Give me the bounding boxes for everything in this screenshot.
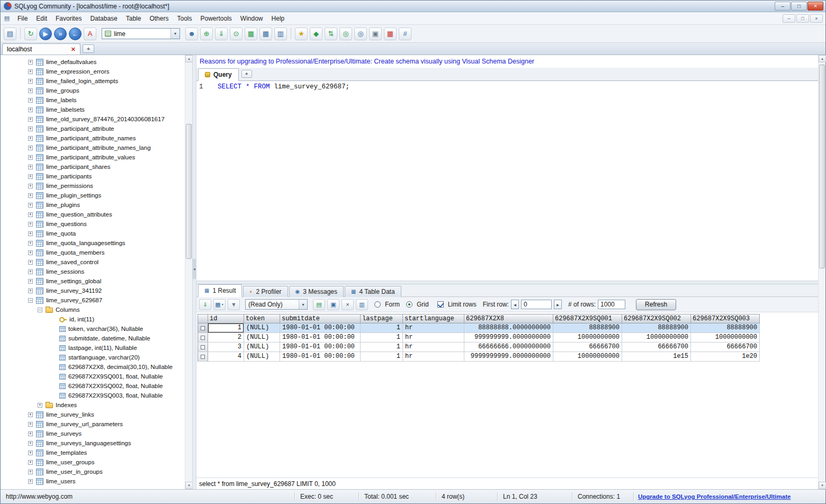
expand-toggle-icon[interactable] (38, 308, 42, 312)
refresh-object-browser-icon[interactable]: ↻ (24, 28, 37, 40)
tree-item[interactable]: token, varchar(36), Nullable (1, 324, 185, 334)
tree-item[interactable]: lime_participant_attribute_names (1, 133, 185, 143)
import-external-data-icon[interactable]: ▦ (245, 28, 257, 40)
expand-toggle-icon[interactable] (28, 165, 33, 169)
schema-sync-icon[interactable]: ◎ (354, 28, 367, 40)
tree-item[interactable]: lime_survey_629687 (1, 295, 185, 305)
user-manager-icon[interactable]: ☻ (185, 28, 198, 40)
expand-toggle-icon[interactable] (28, 298, 33, 303)
tree-item[interactable]: lime_plugins (1, 200, 185, 210)
new-connection-tab-button[interactable]: + (83, 44, 94, 53)
mdi-close-button[interactable]: × (810, 14, 823, 23)
tab-result[interactable]: ▦ 1 Result (198, 284, 242, 297)
grid-cell-sq003[interactable]: 10000000000 (691, 333, 760, 343)
new-query-tab-button[interactable]: + (241, 70, 252, 78)
execute-all-queries-icon[interactable]: » (54, 28, 67, 40)
tree-item[interactable]: submitdate, datetime, Nullable (1, 334, 185, 343)
row-selector[interactable] (197, 333, 208, 343)
copy-result-icon[interactable]: ▥ (356, 299, 368, 310)
tree-item[interactable]: lime_labels (1, 95, 185, 105)
expand-toggle-icon[interactable] (28, 269, 33, 274)
title-bar[interactable]: SQLyog Community - [localhost/lime - roo… (1, 1, 825, 12)
export-database-icon[interactable]: ⇓ (215, 28, 228, 40)
copy-table-icon[interactable]: ▥ (274, 28, 287, 40)
tree-item[interactable]: lime_groups (1, 86, 185, 95)
grid-cell-sq003[interactable]: 1e20 (691, 352, 760, 362)
expand-toggle-icon[interactable] (28, 470, 33, 474)
tree-scrollbar[interactable] (185, 55, 192, 489)
stop-query-icon[interactable]: ← (69, 28, 82, 40)
grid-cell-lastpage[interactable]: 1 (361, 333, 403, 343)
mdi-restore-button[interactable]: □ (796, 14, 809, 23)
tree-item[interactable]: lime_saved_control (1, 257, 185, 267)
grid-cell-id[interactable]: 3 (208, 343, 244, 352)
menu-item[interactable]: Database (86, 13, 121, 24)
tree-item[interactable]: lime_quota_members (1, 248, 185, 257)
editor-scrollbar[interactable] (818, 55, 825, 489)
menu-item[interactable]: Help (267, 13, 289, 24)
dropdown-arrow-icon[interactable] (170, 29, 179, 39)
grid-column-header[interactable]: 629687X2X8 (464, 314, 553, 323)
new-query-editor-icon[interactable]: ▤ (4, 28, 16, 40)
tree-item[interactable]: lime_old_survey_874476_20140306081617 (1, 114, 185, 124)
expand-toggle-icon[interactable] (28, 203, 33, 208)
row-selector[interactable] (197, 352, 208, 362)
format-query-icon[interactable]: A (84, 28, 96, 40)
discard-changes-icon[interactable]: × (342, 299, 354, 310)
toolbar-separator[interactable] (291, 28, 291, 39)
tree-item[interactable]: lime_defaultvalues (1, 57, 185, 67)
minimize-button[interactable]: – (775, 2, 791, 11)
grid-column-header[interactable]: 629687X2X9SQ002 (622, 314, 691, 323)
menu-item[interactable]: Table (122, 13, 146, 24)
expand-toggle-icon[interactable] (28, 212, 33, 217)
tree-item[interactable]: 629687X2X9SQ001, float, Nullable (1, 372, 185, 381)
grid-cell-x8[interactable]: 999999999.0000000000 (464, 333, 553, 343)
expand-toggle-icon[interactable] (28, 222, 33, 227)
expand-toggle-icon[interactable] (28, 241, 33, 246)
grid-cell-x8[interactable]: 66666666.0000000000 (464, 343, 553, 352)
grid-cell-sq002[interactable]: 1e15 (622, 352, 691, 362)
expand-toggle-icon[interactable] (28, 69, 33, 74)
grid-cell-startlanguage[interactable]: hr (403, 343, 464, 352)
menu-item[interactable]: Favorites (51, 13, 86, 24)
job-scheduler-icon[interactable]: ▦ (384, 28, 397, 40)
toolbar-separator[interactable] (20, 28, 21, 39)
tab-close-icon[interactable] (71, 47, 76, 52)
save-result-icon[interactable]: ▣ (327, 299, 339, 310)
grid-cell-sq001[interactable]: 10000000000 (553, 333, 622, 343)
expand-toggle-icon[interactable] (28, 412, 33, 417)
tree-item[interactable]: lime_plugin_settings (1, 191, 185, 200)
schema-optimizer-icon[interactable]: ◆ (310, 28, 322, 40)
tree-item[interactable]: Columns (1, 305, 185, 314)
grid-column-header[interactable]: id (208, 314, 244, 323)
row-checkbox[interactable] (201, 355, 205, 359)
tree-item[interactable]: lime_user_in_groups (1, 467, 185, 476)
row-checkbox[interactable] (201, 336, 205, 340)
copy-database-icon[interactable]: ⊕ (200, 28, 213, 40)
expand-toggle-icon[interactable] (28, 422, 33, 427)
close-button[interactable]: × (807, 2, 823, 11)
grid-cell-submitdate[interactable]: 1980-01-01 00:00:00 (280, 352, 361, 362)
tree-item[interactable]: lime_templates (1, 448, 185, 457)
scroll-down-icon[interactable] (185, 482, 193, 489)
expand-toggle-icon[interactable] (28, 98, 33, 103)
webyog-url[interactable]: http://www.webyog.com (5, 493, 291, 500)
tree-item[interactable]: 629687X2X9SQ003, float, Nullable (1, 391, 185, 400)
grid-column-header[interactable]: 629687X2X9SQ001 (553, 314, 622, 323)
expand-toggle-icon[interactable] (28, 451, 33, 455)
expand-toggle-icon[interactable] (28, 60, 33, 65)
tree-item[interactable]: Indexes (1, 400, 185, 410)
form-radio[interactable] (374, 301, 381, 308)
first-row-increment-icon[interactable] (554, 300, 562, 309)
grid-column-header[interactable]: 629687X2X9SQ003 (691, 314, 760, 323)
upgrade-link[interactable]: Upgrade to SQLyog Professional/Enterpris… (638, 493, 821, 500)
tree-item[interactable]: lime_quota (1, 229, 185, 238)
tree-item[interactable]: startlanguage, varchar(20) (1, 353, 185, 362)
tree-item[interactable]: 629687X2X9SQ002, float, Nullable (1, 381, 185, 391)
grid-cell-sq003[interactable]: 66666700 (691, 343, 760, 352)
expand-toggle-icon[interactable] (28, 107, 33, 112)
grid-cell-startlanguage[interactable]: hr (403, 333, 464, 343)
first-row-decrement-icon[interactable] (511, 300, 519, 309)
edit-mode-select[interactable]: (Read Only) (245, 299, 308, 310)
expand-toggle-icon[interactable] (38, 403, 42, 408)
